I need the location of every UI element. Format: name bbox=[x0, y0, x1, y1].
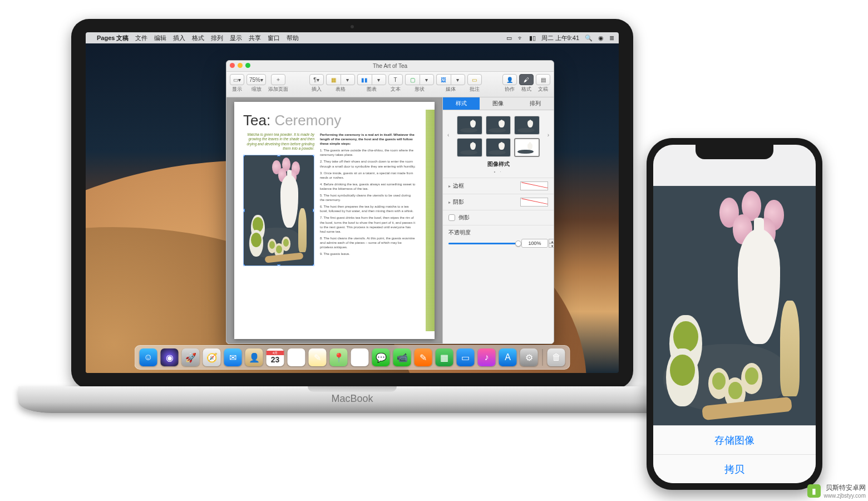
opacity-slider[interactable] bbox=[448, 243, 518, 244]
slider-knob[interactable] bbox=[515, 240, 521, 247]
disclosure-icon[interactable]: ▸ bbox=[448, 184, 451, 189]
menu-帮助[interactable]: 帮助 bbox=[287, 34, 299, 42]
tab-arrange[interactable]: 排列 bbox=[517, 97, 554, 110]
menu-排列[interactable]: 排列 bbox=[211, 34, 223, 42]
resize-handle[interactable] bbox=[243, 209, 245, 212]
dock-pages-icon[interactable]: ✎ bbox=[415, 348, 432, 366]
format-button[interactable]: 🖌 bbox=[519, 74, 534, 85]
clock[interactable]: 周二 上午9:41 bbox=[541, 34, 579, 42]
resize-handle[interactable] bbox=[313, 155, 314, 156]
style-thumb[interactable] bbox=[486, 116, 511, 135]
document-canvas[interactable]: Tea: Ceremony Matcha is green tea powder… bbox=[226, 97, 442, 343]
dock-messages-icon[interactable]: 💬 bbox=[372, 348, 390, 366]
iphone-screen: 存储图像 拷贝 bbox=[653, 145, 816, 483]
menu-共享[interactable]: 共享 bbox=[249, 34, 261, 42]
doc-step: 4. Before drinking the tea, guests alway… bbox=[320, 182, 416, 191]
tb-media: 🖼▾ 媒体 bbox=[436, 74, 465, 93]
disclosure-icon[interactable]: ▸ bbox=[448, 200, 451, 205]
dock-maps-icon[interactable]: 📍 bbox=[330, 348, 348, 366]
macbook-base: MacBook bbox=[18, 386, 686, 413]
shape-button[interactable]: ▢ bbox=[405, 74, 420, 85]
dock-mail-icon[interactable]: ✉ bbox=[224, 348, 242, 366]
reflection-row[interactable]: 倒影 bbox=[443, 210, 554, 225]
style-thumb[interactable] bbox=[457, 116, 482, 135]
dock-finder-icon[interactable]: ☺ bbox=[140, 348, 157, 366]
dock-safari-icon[interactable]: 🧭 bbox=[203, 348, 221, 366]
border-swatch[interactable] bbox=[520, 181, 548, 190]
wifi-icon[interactable]: ᯤ bbox=[517, 35, 524, 41]
insert-button[interactable]: ¶▾ bbox=[309, 74, 324, 85]
style-thumb[interactable] bbox=[514, 116, 539, 135]
media-button[interactable]: 🖼 bbox=[436, 74, 451, 85]
border-row[interactable]: ▸边框 bbox=[443, 178, 554, 194]
chart-button[interactable]: ▮▮ bbox=[357, 74, 372, 85]
copy-button[interactable]: 拷贝 bbox=[653, 454, 816, 483]
style-thumb[interactable] bbox=[514, 138, 539, 157]
dock-facetime-icon[interactable]: 📹 bbox=[393, 348, 411, 366]
style-thumb[interactable] bbox=[457, 138, 482, 157]
resize-handle[interactable] bbox=[313, 209, 314, 212]
minimize-button[interactable] bbox=[238, 63, 243, 68]
iphone-notch bbox=[696, 145, 773, 159]
tb-collab: 👤 协作 bbox=[502, 74, 517, 93]
zoom-button[interactable] bbox=[245, 63, 250, 68]
style-thumb[interactable] bbox=[486, 138, 511, 157]
window-titlebar[interactable]: The Art of Tea bbox=[226, 61, 554, 72]
next-styles-icon[interactable]: › bbox=[548, 132, 549, 138]
shadow-swatch[interactable] bbox=[520, 198, 548, 207]
dock-launchpad-icon[interactable]: 🚀 bbox=[182, 348, 200, 366]
dock-trash-icon[interactable]: 🗑 bbox=[548, 348, 565, 366]
dock-itunes-icon[interactable]: ♪ bbox=[478, 348, 496, 366]
document-button[interactable]: ▤ bbox=[536, 74, 550, 85]
opacity-value[interactable]: 100% ▴▾ bbox=[521, 239, 548, 248]
resize-handle[interactable] bbox=[278, 264, 280, 266]
menu-插入[interactable]: 插入 bbox=[173, 34, 185, 42]
iphone-photo[interactable] bbox=[653, 186, 816, 425]
macbook-frame: Pages 文稿 文件编辑插入格式排列显示共享窗口帮助 ▭ ᯤ ▮▯ 周二 上午… bbox=[71, 19, 633, 389]
reflection-checkbox[interactable] bbox=[448, 214, 455, 221]
dock-contacts-icon[interactable]: 👤 bbox=[245, 348, 263, 366]
dock-numbers-icon[interactable]: ▦ bbox=[436, 348, 453, 366]
menu-格式[interactable]: 格式 bbox=[192, 34, 204, 42]
opacity-label: 不透明度 bbox=[448, 229, 548, 237]
dock-siri-icon[interactable]: ◉ bbox=[161, 348, 179, 366]
menu-文件[interactable]: 文件 bbox=[135, 34, 147, 42]
dock-notes-icon[interactable]: ✎ bbox=[309, 348, 327, 366]
selected-image[interactable] bbox=[243, 155, 314, 266]
resize-handle[interactable] bbox=[313, 264, 314, 266]
battery-icon[interactable]: ▮▯ bbox=[529, 35, 536, 42]
opacity-stepper[interactable]: ▴▾ bbox=[549, 239, 554, 248]
collab-button[interactable]: 👤 bbox=[502, 74, 517, 85]
resize-handle[interactable] bbox=[243, 264, 245, 266]
spotlight-icon[interactable]: 🔍 bbox=[585, 35, 593, 42]
view-button[interactable]: ▭▾ bbox=[230, 74, 244, 85]
siri-icon[interactable]: ◉ bbox=[598, 35, 604, 42]
comment-button[interactable]: ▭ bbox=[467, 74, 482, 85]
tab-image[interactable]: 图像 bbox=[480, 97, 516, 110]
menu-显示[interactable]: 显示 bbox=[230, 34, 242, 42]
addpage-button[interactable]: ＋ bbox=[271, 74, 285, 85]
tab-style[interactable]: 样式 bbox=[443, 97, 480, 110]
dock-keynote-icon[interactable]: ▭ bbox=[457, 348, 475, 366]
menu-编辑[interactable]: 编辑 bbox=[154, 34, 166, 42]
dock-preferences-icon[interactable]: ⚙ bbox=[520, 348, 538, 366]
save-image-button[interactable]: 存储图像 bbox=[653, 425, 816, 454]
resize-handle[interactable] bbox=[243, 155, 245, 156]
menu-app[interactable]: Pages 文稿 bbox=[97, 34, 129, 42]
doc-step: 1. The guests arrive outside the cha-shi… bbox=[320, 148, 416, 157]
notification-center-icon[interactable]: ≣ bbox=[609, 35, 614, 42]
dock-photos-icon[interactable]: ✿ bbox=[351, 348, 369, 366]
doc-step: 5. The host symbolically cleans the uten… bbox=[320, 193, 416, 202]
zoom-select[interactable]: 75%▾ bbox=[246, 74, 266, 85]
resize-handle[interactable] bbox=[278, 155, 280, 156]
airplay-icon[interactable]: ▭ bbox=[506, 35, 512, 42]
dock-appstore-icon[interactable]: A bbox=[499, 348, 517, 366]
menu-窗口[interactable]: 窗口 bbox=[268, 34, 280, 42]
text-button[interactable]: T bbox=[388, 74, 403, 85]
table-button[interactable]: ▦ bbox=[326, 74, 341, 85]
close-button[interactable] bbox=[230, 63, 235, 68]
shadow-row[interactable]: ▸阴影 bbox=[443, 194, 554, 210]
iphone: 存储图像 拷贝 bbox=[647, 138, 822, 490]
dock-reminders-icon[interactable]: ☑ bbox=[288, 348, 305, 366]
dock-calendar-icon[interactable]: 4月23 bbox=[267, 348, 284, 366]
